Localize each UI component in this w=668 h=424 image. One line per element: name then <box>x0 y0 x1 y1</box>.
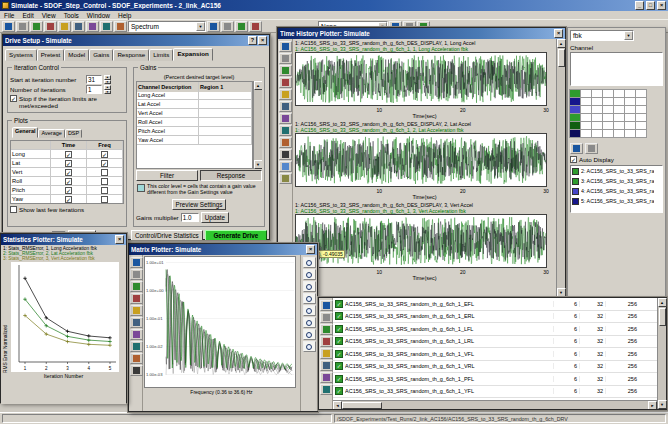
chart-icon[interactable] <box>249 21 262 32</box>
table-row[interactable]: ✓AC156_SRS_to_33_SRS_random_th_g_6ch_1_Y… <box>333 386 657 399</box>
response-button[interactable]: Response <box>200 170 262 181</box>
gains-multiplier-update-button[interactable]: Update <box>201 212 229 223</box>
table-hscrollbar[interactable]: ◄ ► <box>333 400 657 409</box>
table-row[interactable]: ✓AC156_SRS_to_33_SRS_random_th_g_6ch_1_E… <box>333 298 657 311</box>
row-check-icon[interactable]: ✓ <box>335 325 343 333</box>
drive-setup-help-button[interactable]: ? <box>248 36 257 45</box>
scroll-down-icon[interactable]: ▼ <box>557 288 566 297</box>
menu-window[interactable]: Window <box>87 12 110 19</box>
add-icon[interactable] <box>320 324 333 335</box>
show-last-checkbox[interactable] <box>10 206 17 213</box>
plots-time-checkbox[interactable]: ✓ <box>65 187 72 194</box>
filter-icon[interactable] <box>320 312 333 323</box>
drive-tab-gains[interactable]: Gains <box>89 49 113 61</box>
channel-listbox[interactable] <box>570 52 663 86</box>
refresh-icon[interactable] <box>303 341 316 352</box>
zoom-in-icon[interactable] <box>279 77 292 88</box>
iteration-count-input[interactable]: 1 <box>86 85 102 94</box>
plots-tab-dsp[interactable]: DSP <box>65 129 82 138</box>
remove-icon[interactable] <box>320 336 333 347</box>
select-icon[interactable] <box>320 300 333 311</box>
plots-freq-checkbox[interactable] <box>101 196 108 203</box>
overlay-icon[interactable] <box>130 317 143 328</box>
channel-list-item[interactable]: 5: AC156_SRS_to_33_SRS_ra <box>571 196 662 206</box>
menu-tools[interactable]: Tools <box>64 12 79 19</box>
scroll-thumb[interactable] <box>558 49 565 67</box>
dropdown-arrow-icon[interactable]: ▼ <box>624 31 633 40</box>
zoom-y-icon[interactable] <box>303 293 316 304</box>
stop-icon[interactable] <box>130 353 143 364</box>
plots-time-checkbox[interactable]: ✓ <box>65 178 72 185</box>
pan-icon[interactable] <box>279 113 292 124</box>
row-check-icon[interactable]: ✓ <box>335 337 343 345</box>
drive-tab-response[interactable]: Response <box>113 49 149 61</box>
stop-icon[interactable] <box>221 21 234 32</box>
drive-tab-model[interactable]: Model <box>64 49 89 61</box>
display-list[interactable]: 2: AC156_SRS_to_33_SRS_ra3: AC156_SRS_to… <box>570 165 663 213</box>
run-icon[interactable] <box>207 21 220 32</box>
drive-tab-expansion[interactable]: Expansion <box>173 48 212 61</box>
menu-file[interactable]: File <box>4 12 14 19</box>
settings-icon[interactable] <box>279 173 292 184</box>
overlay-icon[interactable] <box>279 149 292 160</box>
control-drive-statistics-button[interactable]: Control/Drive Statistics <box>131 230 203 241</box>
menu-view[interactable]: View <box>42 12 56 19</box>
paste-icon[interactable] <box>86 21 99 32</box>
undo-icon[interactable] <box>100 21 113 32</box>
zoom-in-icon[interactable] <box>303 257 316 268</box>
channel-list-item[interactable]: 3: AC156_SRS_to_33_SRS_ra <box>571 176 662 186</box>
refresh-icon[interactable] <box>320 372 333 383</box>
pan-icon[interactable] <box>303 317 316 328</box>
spectrum-combo[interactable]: Spectrum ▼ <box>128 21 206 32</box>
grid-icon[interactable] <box>130 305 143 316</box>
row-check-icon[interactable]: ✓ <box>335 350 343 358</box>
scroll-thumb[interactable] <box>659 308 666 326</box>
zoom-box-icon[interactable] <box>303 305 316 316</box>
copy-icon[interactable] <box>279 53 292 64</box>
drive-tab-limits[interactable]: Limits <box>149 49 173 61</box>
plots-tab-general[interactable]: General <box>12 127 38 138</box>
save-icon[interactable] <box>30 21 43 32</box>
iteration-count-spinner[interactable]: ▴▾ <box>104 85 111 94</box>
matrix-chart[interactable]: 1.00e+011.00e+001.00e-011.00e-021.00e-03 <box>144 256 299 389</box>
table-row[interactable]: ✓AC156_SRS_to_33_SRS_random_th_g_6ch_1_L… <box>333 336 657 349</box>
edit-icon[interactable] <box>320 348 333 359</box>
row-check-icon[interactable]: ✓ <box>335 362 343 370</box>
drive-tab-pretest[interactable]: Pretest <box>37 49 65 61</box>
zoom-x-icon[interactable] <box>303 281 316 292</box>
zoom-box-icon[interactable] <box>279 101 292 112</box>
cut-icon[interactable] <box>58 21 71 32</box>
pause-icon[interactable] <box>235 21 248 32</box>
scroll-right-icon[interactable]: ► <box>648 401 657 410</box>
row-check-icon[interactable]: ✓ <box>335 375 343 383</box>
reset-icon[interactable] <box>303 329 316 340</box>
drive-tab-systems[interactable]: Systems <box>5 49 37 61</box>
source-combo[interactable]: fbk ▼ <box>570 30 634 41</box>
gains-multiplier-input[interactable]: 1.0 <box>181 213 199 222</box>
scroll-down-icon[interactable]: ▼ <box>254 160 263 169</box>
preview-settings-button[interactable]: Preview Settings <box>172 199 227 210</box>
plots-freq-checkbox[interactable] <box>101 178 108 185</box>
gains-row-value[interactable] <box>199 91 252 99</box>
generate-drive-button[interactable]: Generate Drive <box>205 230 267 241</box>
minimize-button[interactable]: _ <box>635 1 644 10</box>
drive-setup-close-button[interactable]: × <box>258 36 267 45</box>
statistics-plotter-titlebar[interactable]: Statistics Plotter: Simulate × <box>1 234 126 245</box>
print-icon[interactable] <box>44 21 57 32</box>
stats-chart[interactable]: 12345 <box>11 262 126 373</box>
gains-row-value[interactable] <box>199 118 252 126</box>
drive-setup-titlebar[interactable]: Drive Setup - Simulate ? × <box>3 35 269 46</box>
plot-area[interactable]: 1.900(s), -0.49035 <box>295 214 547 269</box>
row-check-icon[interactable]: ✓ <box>335 312 343 320</box>
plot-area[interactable] <box>295 133 547 188</box>
gains-row-value[interactable] <box>199 100 252 108</box>
save-icon[interactable] <box>130 281 143 292</box>
gains-row-value[interactable] <box>199 109 252 117</box>
table-row[interactable]: ✓AC156_SRS_to_33_SRS_random_th_g_6ch_1_V… <box>333 348 657 361</box>
palette-icon[interactable] <box>130 293 143 304</box>
gains-row-value[interactable] <box>199 136 252 144</box>
copy-icon[interactable] <box>72 21 85 32</box>
plots-time-checkbox[interactable]: ✓ <box>65 169 72 176</box>
scroll-up-icon[interactable]: ▲ <box>658 298 667 307</box>
menu-edit[interactable]: Edit <box>22 12 33 19</box>
